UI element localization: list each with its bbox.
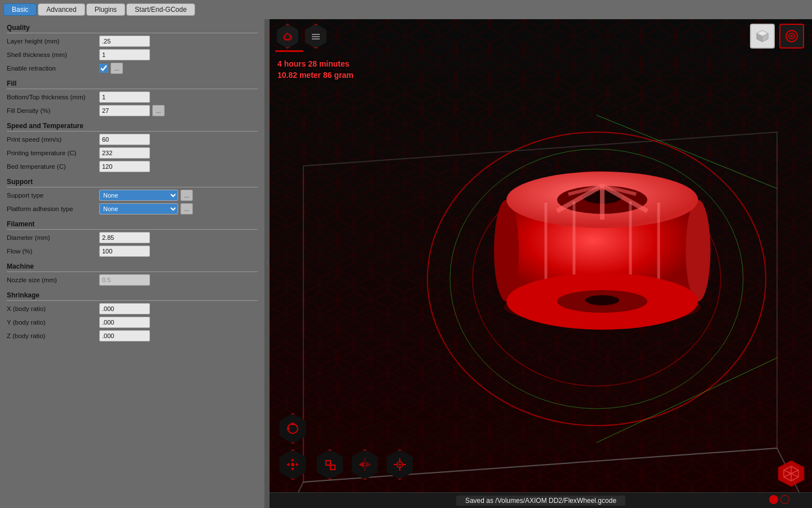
main-layout: Quality Layer height (mm) Shell thicknes…	[0, 19, 812, 508]
print-info-overlay: 4 hours 28 minutes 10.82 meter 86 gram	[277, 59, 354, 81]
print-material: 10.82 meter 86 gram	[277, 70, 354, 81]
fill-density-dots-btn[interactable]: ...	[152, 105, 165, 116]
move-tool-btn[interactable]	[277, 449, 308, 480]
3d-viewport[interactable]: 4 hours 28 minutes 10.82 meter 86 gram	[270, 19, 812, 508]
tab-basic[interactable]: Basic	[3, 3, 37, 16]
viewport-view-controls	[750, 24, 804, 49]
retraction-dots-btn[interactable]: ...	[111, 63, 123, 74]
diameter-label: Diameter (mm)	[7, 234, 97, 241]
fill-density-label: Fill Density (%)	[7, 107, 97, 114]
print-time: 4 hours 28 minutes	[277, 59, 354, 70]
scale-tool-btn[interactable]	[315, 449, 345, 480]
svg-rect-32	[312, 34, 320, 35]
support-type-row: Support type None Touching buildplate Ev…	[7, 190, 258, 201]
bottom-row-tools	[315, 449, 415, 480]
fill-section-title: Fill	[7, 80, 258, 89]
flow-input[interactable]	[99, 246, 150, 257]
print-speed-input[interactable]	[99, 134, 150, 145]
svg-rect-34	[312, 38, 320, 40]
hex-grid-background	[270, 19, 812, 508]
resize-handle[interactable]: ⋮	[265, 19, 270, 508]
shell-thickness-label: Shell thickness (mm)	[7, 51, 97, 58]
support-type-select[interactable]: None Touching buildplate Everywhere	[99, 190, 178, 201]
svg-rect-49	[330, 465, 335, 470]
shrinkage-x-label: X (body ratio)	[7, 305, 97, 312]
bed-temp-input[interactable]	[99, 161, 150, 172]
enable-retraction-row: Enable retraction ...	[7, 63, 258, 74]
platform-adhesion-select[interactable]: None Brim Raft	[99, 203, 178, 214]
quality-section-title: Quality	[7, 24, 258, 33]
svg-rect-33	[312, 36, 320, 37]
status-text: Saved as /Volumes/AXIOM DD2/FlexWheel.gc…	[456, 496, 625, 506]
platform-adhesion-row: Platform adhesion type None Brim Raft ..…	[7, 203, 258, 214]
shell-thickness-input[interactable]	[99, 49, 150, 60]
svg-point-55	[399, 463, 401, 466]
svg-marker-43	[291, 458, 294, 461]
fill-density-row: Fill Density (%) ...	[7, 105, 258, 116]
view-layers-btn[interactable]	[303, 24, 328, 49]
print-speed-row: Print speed (mm/s)	[7, 134, 258, 145]
status-icon-1[interactable]	[769, 495, 778, 504]
svg-marker-46	[296, 463, 299, 466]
shrinkage-z-input[interactable]	[99, 330, 150, 341]
status-bar: Saved as /Volumes/AXIOM DD2/FlexWheel.gc…	[270, 492, 812, 508]
speed-temp-section-title: Speed and Temperature	[7, 122, 258, 132]
print-temp-input[interactable]	[99, 147, 150, 159]
flow-row: Flow (%)	[7, 246, 258, 257]
platform-adhesion-label: Platform adhesion type	[7, 205, 97, 212]
flow-label: Flow (%)	[7, 248, 97, 255]
nozzle-size-label: Nozzle size (mm)	[7, 277, 97, 283]
bed-temp-row: Bed temperature (C)	[7, 161, 258, 172]
shrinkage-z-label: Z (body ratio)	[7, 332, 97, 339]
platform-adhesion-dots-btn[interactable]: ...	[180, 203, 193, 214]
print-temp-row: Printing temperature (C)	[7, 147, 258, 159]
mirror-tool-btn[interactable]	[350, 449, 380, 480]
view-home-btn[interactable]	[275, 24, 300, 49]
shrinkage-y-row: Y (body ratio)	[7, 317, 258, 328]
print-temp-label: Printing temperature (C)	[7, 150, 97, 156]
layer-height-input[interactable]	[99, 36, 150, 47]
settings-panel: Quality Layer height (mm) Shell thicknes…	[0, 19, 265, 508]
machine-section-title: Machine	[7, 262, 258, 272]
bottom-top-thickness-label: Bottom/Top thickness (mm)	[7, 94, 97, 100]
svg-marker-52	[359, 462, 364, 467]
retraction-checkbox-wrapper: ...	[99, 63, 123, 74]
diameter-row: Diameter (mm)	[7, 232, 258, 243]
shrinkage-y-input[interactable]	[99, 317, 150, 328]
svg-rect-4	[270, 19, 812, 508]
settings-tool-btn[interactable]	[385, 449, 415, 480]
status-icon-2[interactable]	[780, 495, 789, 504]
red-accent-line	[275, 50, 303, 52]
enable-retraction-label: Enable retraction	[7, 65, 97, 72]
diameter-input[interactable]	[99, 232, 150, 243]
print-speed-label: Print speed (mm/s)	[7, 136, 97, 143]
svg-marker-44	[291, 468, 294, 471]
axiom-logo	[777, 459, 805, 488]
shrinkage-x-input[interactable]	[99, 303, 150, 314]
shrinkage-x-row: X (body ratio)	[7, 303, 258, 314]
filament-section-title: Filament	[7, 220, 258, 230]
target-view-btn[interactable]	[779, 24, 804, 49]
layer-height-label: Layer height (mm)	[7, 38, 97, 45]
nozzle-size-input	[99, 274, 150, 286]
support-section-title: Support	[7, 178, 258, 187]
enable-retraction-checkbox[interactable]	[99, 64, 108, 73]
cube-view-btn[interactable]	[750, 24, 775, 49]
shrinkage-y-label: Y (body ratio)	[7, 319, 97, 326]
shell-thickness-row: Shell thickness (mm)	[7, 49, 258, 60]
svg-marker-45	[286, 463, 289, 466]
svg-marker-53	[366, 462, 371, 467]
tab-plugins[interactable]: Plugins	[86, 3, 125, 16]
bottom-top-thickness-row: Bottom/Top thickness (mm)	[7, 91, 258, 103]
tab-bar: Basic Advanced Plugins Start/End-GCode	[0, 0, 812, 19]
tab-advanced[interactable]: Advanced	[38, 3, 85, 16]
rotate-tool-btn[interactable]	[277, 413, 308, 444]
bed-temp-label: Bed temperature (C)	[7, 163, 97, 170]
fill-density-input[interactable]	[99, 105, 150, 116]
viewport-toolbar	[275, 24, 328, 49]
tab-startend[interactable]: Start/End-GCode	[126, 3, 195, 16]
bottom-top-thickness-input[interactable]	[99, 91, 150, 103]
shrinkage-z-row: Z (body ratio)	[7, 330, 258, 341]
layer-height-row: Layer height (mm)	[7, 36, 258, 47]
support-type-dots-btn[interactable]: ...	[180, 190, 193, 201]
